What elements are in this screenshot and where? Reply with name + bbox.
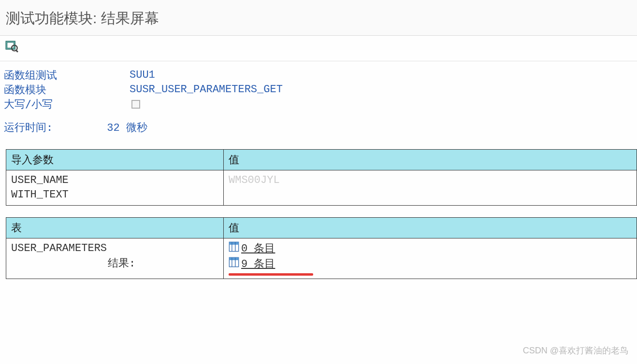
refresh-icon[interactable] <box>5 43 18 56</box>
function-group-value: SUU1 <box>130 68 155 83</box>
function-info: 函数组测试 SUU1 函数模块 SUSR_USER_PARAMETERS_GET… <box>0 61 637 114</box>
function-group-label: 函数组测试 <box>4 68 130 83</box>
param-with-text: WITH_TEXT <box>11 188 218 202</box>
result-table: 表 值 USER_PARAMETERS 结果: 0 条目 9 条目 <box>6 217 637 279</box>
table-row: USER_PARAMETERS 结果: 0 条目 9 条目 <box>6 238 637 279</box>
table-icon <box>229 257 239 272</box>
runtime-value: 32 <box>107 122 119 134</box>
runtime-row: 运行时间: 32 微秒 <box>0 114 637 138</box>
table-row: USER_NAME WITH_TEXT WMS00JYL <box>6 170 637 206</box>
entry-link-result[interactable]: 9 条目 <box>229 257 632 272</box>
svg-rect-9 <box>229 257 238 260</box>
result-header-param: 表 <box>6 218 224 238</box>
import-header-param: 导入参数 <box>6 150 224 170</box>
param-user-name: USER_NAME <box>11 173 218 188</box>
function-module-label: 函数模块 <box>4 83 130 97</box>
highlight-underline <box>229 273 313 276</box>
runtime-unit: 微秒 <box>126 121 147 133</box>
function-module-value: SUSR_USER_PARAMETERS_GET <box>130 83 283 97</box>
entry-count-result: 9 条目 <box>241 257 275 272</box>
page-title: 测试功能模块: 结果屏幕 <box>0 0 637 36</box>
table-icon <box>229 241 239 257</box>
import-header-value: 值 <box>224 150 637 170</box>
uppercase-label: 大写/小写 <box>4 97 130 112</box>
toolbar <box>0 36 637 61</box>
watermark: CSDN @喜欢打酱油的老鸟 <box>523 345 628 356</box>
svg-line-3 <box>16 50 18 52</box>
table-name-user-parameters: USER_PARAMETERS <box>11 241 218 256</box>
import-params-table: 导入参数 值 USER_NAME WITH_TEXT WMS00JYL <box>6 149 637 206</box>
result-header-value: 值 <box>224 218 637 238</box>
runtime-label: 运行时间: <box>4 120 101 135</box>
value-user-name: WMS00JYL <box>229 173 632 188</box>
entry-link-0[interactable]: 0 条目 <box>229 241 632 257</box>
uppercase-checkbox[interactable] <box>131 100 140 109</box>
result-label: 结果: <box>11 256 135 270</box>
entry-count-0: 0 条目 <box>241 242 275 256</box>
svg-rect-5 <box>229 242 238 245</box>
